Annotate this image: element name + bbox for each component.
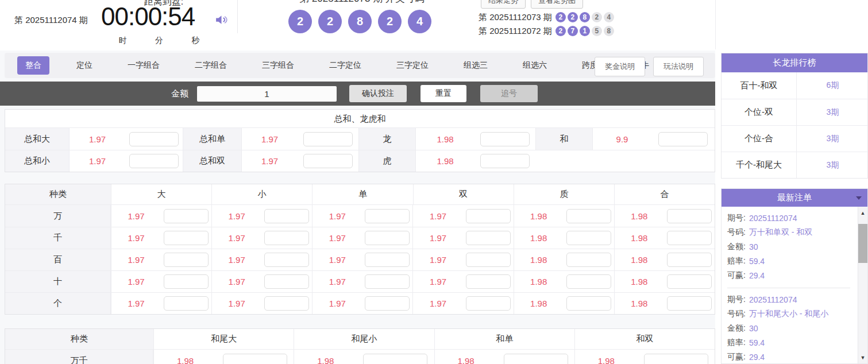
- order-number: 万十和单双 - 和双: [749, 227, 812, 238]
- confirm-bet-button[interactable]: 确认投注: [349, 85, 407, 102]
- column-header: 合: [614, 184, 715, 204]
- stake-input[interactable]: [566, 231, 611, 245]
- odds-value: 1.97: [412, 205, 462, 227]
- stake-input[interactable]: [480, 132, 530, 146]
- stake-input[interactable]: [466, 209, 511, 223]
- stake-input[interactable]: [667, 274, 712, 289]
- stake-input[interactable]: [566, 253, 611, 267]
- stake-input[interactable]: [644, 354, 708, 364]
- stake-input[interactable]: [466, 296, 511, 311]
- stake-input[interactable]: [480, 154, 530, 168]
- tab-erzi-dingwei[interactable]: 二字定位: [321, 56, 369, 75]
- stake-input[interactable]: [466, 253, 511, 267]
- history-ball: 2: [568, 12, 578, 22]
- stake-input[interactable]: [264, 274, 309, 289]
- stake-cell: [651, 128, 715, 150]
- speaker-icon[interactable]: [214, 13, 229, 29]
- stake-input[interactable]: [504, 354, 568, 364]
- row-label: 十: [5, 271, 111, 292]
- stake-input[interactable]: [303, 154, 353, 168]
- stake-input[interactable]: [264, 296, 309, 311]
- panel-title: 长龙排行榜: [722, 53, 867, 72]
- stake-input[interactable]: [365, 253, 410, 267]
- stake-cell: [161, 205, 211, 227]
- bet-action-bar: 金额 确认投注 重置 追号: [0, 82, 715, 106]
- reset-button[interactable]: 重置: [421, 85, 466, 102]
- stake-input[interactable]: [466, 231, 511, 245]
- stake-input[interactable]: [164, 209, 209, 223]
- stake-input[interactable]: [658, 132, 708, 146]
- odds-value: 1.97: [111, 227, 161, 249]
- odds-value: 1.97: [70, 150, 125, 172]
- chase-number-button[interactable]: 追号: [480, 85, 538, 102]
- tab-sanzi-zuhe[interactable]: 三字组合: [254, 56, 302, 75]
- tab-erzi-zuhe[interactable]: 二字组合: [187, 56, 235, 75]
- stake-input[interactable]: [667, 253, 712, 267]
- stake-input[interactable]: [164, 274, 209, 289]
- result-trend-button[interactable]: 结果走势: [481, 0, 526, 9]
- bet-type-label: 和: [535, 128, 593, 150]
- stake-input[interactable]: [223, 354, 287, 364]
- table-row: 万 1.97 1.97 1.97 1.97 1.98 1.98: [5, 205, 715, 227]
- tab-yizi-zuhe[interactable]: 一字组合: [119, 56, 168, 75]
- stake-input[interactable]: [466, 274, 511, 289]
- prize-info-button[interactable]: 奖金说明: [595, 57, 645, 76]
- scroll-up-icon[interactable]: ▲: [858, 208, 867, 218]
- stake-input[interactable]: [129, 154, 179, 168]
- odds-value: 1.98: [514, 249, 564, 270]
- amount-input[interactable]: [197, 86, 337, 102]
- tab-zuxuan-san[interactable]: 组选三: [456, 56, 496, 75]
- odds-value: 1.97: [412, 293, 462, 314]
- table-row: 百 1.97 1.97 1.97 1.97 1.98 1.98: [5, 249, 715, 270]
- stake-input[interactable]: [365, 209, 410, 223]
- odds-value: 1.97: [312, 205, 362, 227]
- order-amount: 30: [749, 242, 758, 251]
- sum-dragon-tiger-section: 总和、龙虎和 总和大 1.97 总和单 1.97 龙 1.98 和 9.9 总和…: [5, 109, 715, 172]
- field-label: 可赢:: [727, 352, 746, 362]
- stake-input[interactable]: [667, 209, 712, 223]
- stake-input[interactable]: [264, 231, 309, 245]
- stake-input[interactable]: [667, 296, 712, 311]
- tab-zhenghe[interactable]: 整合: [17, 56, 49, 75]
- rules-info-button[interactable]: 玩法说明: [653, 57, 704, 76]
- scroll-down-icon[interactable]: ▼: [858, 353, 867, 362]
- stake-input[interactable]: [164, 253, 209, 267]
- chevron-down-icon[interactable]: [856, 196, 862, 200]
- table-header-row: 种类 和尾大 和尾小 和单 和双: [5, 329, 715, 350]
- countdown-units: 时 分 秒: [105, 36, 214, 46]
- odds-value: 1.97: [211, 293, 261, 314]
- stake-input[interactable]: [363, 354, 427, 364]
- ranking-row: 个位-双 3期: [722, 99, 867, 125]
- order-number: 万十和尾大小 - 和尾小: [749, 309, 828, 319]
- latest-orders-panel: 最新注单 期号:20251112074 号码:万十和单双 - 和双 金额:30 …: [721, 188, 868, 364]
- stake-input[interactable]: [566, 296, 611, 311]
- tab-zuxuan-liu[interactable]: 组选六: [515, 56, 555, 75]
- stake-cell: [462, 293, 513, 314]
- stake-input[interactable]: [164, 231, 209, 245]
- stake-input[interactable]: [164, 296, 209, 311]
- scrollbar-thumb[interactable]: [858, 224, 867, 263]
- stake-input[interactable]: [129, 132, 179, 146]
- column-header: 和单: [434, 329, 574, 349]
- stake-input[interactable]: [566, 274, 611, 289]
- stake-cell: [161, 249, 211, 270]
- tab-dingwei[interactable]: 定位: [68, 56, 101, 75]
- stake-input[interactable]: [264, 253, 309, 267]
- view-trend-chart-button[interactable]: 查看走势图: [531, 0, 583, 9]
- tab-sanzi-dingwei[interactable]: 三字定位: [388, 56, 437, 75]
- history-ball: 8: [580, 12, 590, 22]
- odds-value: 1.97: [412, 249, 462, 270]
- stake-input[interactable]: [667, 231, 712, 245]
- order-win: 29.4: [749, 271, 765, 280]
- stake-cell: [664, 293, 715, 314]
- stake-input[interactable]: [264, 209, 309, 223]
- stake-cell: [357, 350, 434, 364]
- scrollbar[interactable]: ▲ ▼: [858, 207, 867, 363]
- stake-input[interactable]: [365, 231, 410, 245]
- ranking-name: 百十-和双: [722, 72, 797, 99]
- stake-input[interactable]: [566, 209, 611, 223]
- history-ball: 7: [568, 26, 578, 36]
- stake-input[interactable]: [365, 274, 410, 289]
- stake-input[interactable]: [365, 296, 410, 311]
- stake-input[interactable]: [303, 132, 353, 146]
